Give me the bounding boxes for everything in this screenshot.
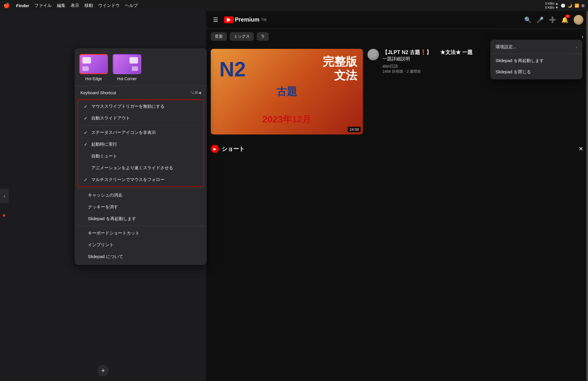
yt-video-title-main: 【JLPT N2 古題❗】 ★文法★ 一題 — [382, 49, 473, 56]
yt-thumbnail[interactable]: N2 完整版文法 古題 2023年12月 24:08 — [211, 49, 363, 134]
menu-label-swipe: マウススワイプトリガーを無効にする — [91, 104, 165, 109]
check-auto-slide: ✓ — [84, 116, 89, 121]
category-other[interactable]: ラ — [257, 32, 269, 41]
context-quit-label: Slidepad を閉じる — [496, 69, 531, 75]
scrollbar[interactable] — [586, 11, 588, 381]
menu-item-auto-slide[interactable]: ✓ 自動スライドアウト — [78, 112, 203, 124]
mode-hot-corner-card[interactable]: Hot Corner — [113, 54, 141, 81]
add-tab-button[interactable]: + — [97, 365, 109, 376]
yt-logo: Premium TW — [224, 16, 266, 23]
menu-label-clear-cache: キャッシュの消去 — [88, 193, 122, 198]
menu-item-animation[interactable]: アニメーションをより速くスライドさせる — [78, 162, 203, 174]
context-restart-label: Slidepad を再起動します — [496, 58, 544, 63]
check-swipe: ✓ — [84, 104, 89, 109]
yt-thumb-kansei: 完整版文法 — [323, 55, 357, 82]
yt-channel-name: alan日語 — [382, 64, 473, 69]
microphone-icon[interactable]: 🎤 — [537, 16, 544, 23]
menu-item-swipe[interactable]: ✓ マウススワイプトリガーを無効にする — [78, 101, 203, 112]
menu-label-animation: アニメーションをより速くスライドさせる — [91, 165, 173, 171]
check-multi-screen: ✓ — [84, 177, 89, 182]
category-mix[interactable]: ミックス — [230, 32, 254, 41]
file-menu[interactable]: ファイル — [34, 3, 52, 8]
edit-menu[interactable]: 編集 — [57, 3, 65, 8]
context-arrow-icon: › — [576, 45, 577, 49]
search-icon[interactable]: 🔍 — [524, 16, 531, 23]
yt-video-text: 【JLPT N2 古題❗】 ★文法★ 一題 一題詳細説明 alan日語 1468… — [382, 49, 473, 74]
yt-thumb-inner: N2 完整版文法 古題 2023年12月 — [211, 49, 363, 134]
menu-item-auto-mute[interactable]: 自動ミュート — [78, 150, 203, 162]
channel-avatar — [368, 49, 379, 60]
finder-menu[interactable]: Finder — [16, 3, 29, 8]
create-icon[interactable]: ➕ — [549, 16, 556, 23]
view-menu[interactable]: 表示 — [71, 3, 79, 8]
menu-item-clear-cookies[interactable]: クッキーを消す — [75, 201, 207, 213]
notification-icon[interactable]: 🔔 4 — [561, 16, 568, 23]
hamburger-menu-icon[interactable]: ☰ — [211, 14, 220, 26]
menu-sep-2 — [78, 188, 204, 188]
move-menu[interactable]: 移動 — [84, 3, 93, 8]
context-menu-restart[interactable]: Slidepad を再起動します — [490, 55, 582, 66]
hot-corner-image — [113, 54, 141, 74]
apple-menu[interactable]: 🍎 — [3, 2, 10, 9]
yt-tw-badge: TW — [261, 18, 267, 22]
yt-thumb-furui: 古題 — [276, 85, 297, 99]
context-menu: 環境設定... › Slidepad を再起動します Slidepad を閉じる — [490, 40, 582, 79]
check-status-bar: ✓ — [84, 130, 89, 135]
menu-item-clear-cache[interactable]: キャッシュの消去 — [75, 189, 207, 201]
menu-sep-1 — [81, 125, 200, 126]
shorts-label: ショート — [222, 145, 245, 153]
wifi-icon: 📶 — [575, 3, 579, 8]
menu-label-auto-mute: 自動ミュート — [91, 153, 117, 159]
main-area: ☰ Premium TW 🔍 🎤 ➕ 🔔 4 音楽 ミックス ラ — [0, 11, 588, 381]
slide-panel-dot — [3, 214, 5, 217]
menubar-right: 0 KB/s ▲ 0 KB/s ▼ 🕐 🌙 📶 ⊞ — [545, 1, 585, 10]
menu-section-highlighted: ✓ マウススワイプトリガーを無効にする ✓ 自動スライドアウト ✓ ステータスバ… — [78, 99, 204, 187]
mode-hot-edge-card[interactable]: Hot Edge — [79, 54, 108, 81]
check-launch: ✓ — [84, 142, 89, 147]
help-menu[interactable]: ヘルプ — [125, 3, 138, 8]
hot-edge-image — [79, 54, 108, 74]
menu-item-multi-screen[interactable]: ✓ マルチスクリーンでマウスをフォロー — [78, 174, 203, 186]
menu-label-keyboard: キーボードショートカット — [88, 230, 140, 236]
network-speed: 0 KB/s ▲ 0 KB/s ▼ — [545, 1, 558, 10]
battery-icon: 🌙 — [568, 3, 572, 8]
clock-icon: 🕐 — [561, 3, 565, 8]
menu-item-keyboard-shortcut[interactable]: キーボードショートカット — [75, 227, 207, 239]
yt-thumb-n2: N2 — [219, 57, 246, 81]
menu-label-status-bar: ステータスバーアイコンを非表示 — [91, 130, 156, 135]
menu-label-multi-screen: マルチスクリーンでマウスをフォロー — [91, 177, 165, 182]
context-menu-settings[interactable]: 環境設定... › — [490, 41, 582, 53]
mode-selector: Hot Edge Hot Corner — [75, 51, 207, 86]
menu-item-imprint[interactable]: インプリント — [75, 239, 207, 251]
slide-panel-arrow-icon[interactable]: › — [0, 189, 9, 203]
menu-sep-3 — [78, 226, 204, 226]
menu-item-status-bar[interactable]: ✓ ステータスバーアイコンを非表示 — [78, 127, 203, 138]
control-center-icon[interactable]: ⊞ — [581, 3, 585, 8]
hot-edge-inner — [80, 55, 107, 73]
yt-topbar-right: 🔍 🎤 ➕ 🔔 4 — [524, 15, 583, 25]
menu-item-about[interactable]: Slidepad について — [75, 251, 207, 263]
menu-label-auto-slide: 自動スライドアウト — [91, 116, 130, 121]
context-menu-quit[interactable]: Slidepad を閉じる — [490, 66, 582, 78]
yt-premium-label: Premium — [235, 16, 260, 23]
hot-edge-label: Hot Edge — [85, 76, 102, 81]
yt-view-count: 1468 回視聴・2 週間前 — [382, 69, 473, 74]
yt-thumb-date: 2023年12月 — [262, 113, 312, 126]
yt-shorts-bar: ▶ ショート ✕ — [206, 141, 588, 156]
shorts-close-icon[interactable]: ✕ — [579, 145, 583, 152]
menu-label-restart: Slidepad を再起動します — [88, 216, 136, 222]
user-avatar[interactable] — [574, 15, 583, 25]
slidepad-menu: Hot Edge Hot Corner Keyboard Shortcut ⌥⌘… — [75, 48, 207, 265]
menu-item-restart[interactable]: Slidepad を再起動します — [75, 213, 207, 225]
window-menu[interactable]: ウインドウ — [98, 3, 120, 8]
context-settings-label: 環境設定... — [496, 44, 517, 50]
notification-badge: 4 — [565, 15, 570, 18]
menu-label-imprint: インプリント — [88, 242, 114, 248]
category-music[interactable]: 音楽 — [211, 32, 227, 41]
category-arrow-icon[interactable]: › — [582, 34, 583, 40]
menu-item-launch[interactable]: ✓ 起動時に実行 — [78, 138, 203, 150]
yt-duration: 24:08 — [348, 127, 361, 132]
keyboard-shortcut-label: Keyboard Shortcut — [80, 90, 116, 95]
keyboard-shortcut-row[interactable]: Keyboard Shortcut ⌥⌘◀ — [75, 87, 207, 98]
yt-topbar: ☰ Premium TW 🔍 🎤 ➕ 🔔 4 — [206, 11, 588, 29]
